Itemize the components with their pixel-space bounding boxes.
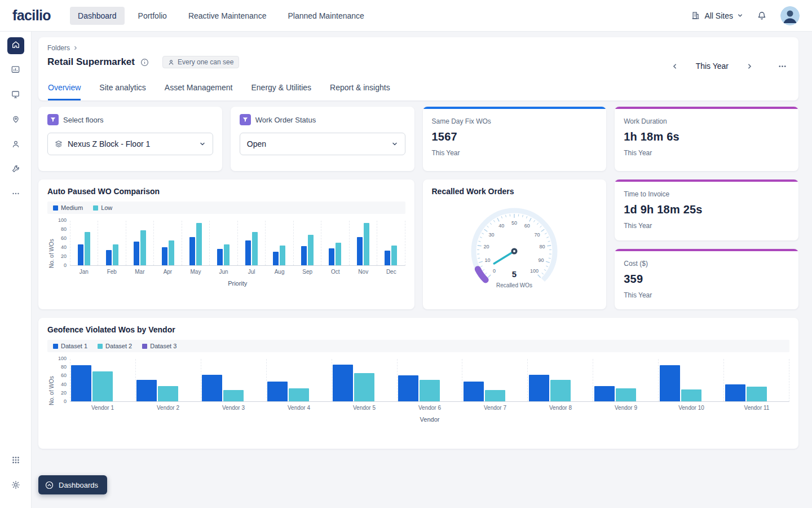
stat-value: 1d 9h 18m 25s xyxy=(624,203,789,216)
info-icon[interactable] xyxy=(140,58,149,67)
gear-icon xyxy=(11,480,20,492)
x-tick-label: Dec xyxy=(377,269,405,275)
bar xyxy=(196,223,202,265)
gauge-tick xyxy=(546,266,549,267)
legend-item[interactable]: Low xyxy=(93,204,112,211)
stat-value: 359 xyxy=(624,273,789,286)
gauge-tick-label: 100 xyxy=(530,268,539,274)
sidebar-item-apps[interactable] xyxy=(7,453,24,470)
legend-item[interactable]: Dataset 1 xyxy=(53,343,87,349)
gauge-tick xyxy=(502,216,502,218)
gauge-tick xyxy=(542,273,544,274)
home-icon xyxy=(11,40,20,51)
nav-item-dashboard[interactable]: Dashboard xyxy=(70,7,125,25)
notifications-bell-icon[interactable] xyxy=(757,11,767,21)
chart-title: Auto Paused WO Comparison xyxy=(47,187,405,196)
breadcrumb-folders[interactable]: Folders xyxy=(47,44,70,52)
previous-period-button[interactable] xyxy=(667,58,683,75)
gauge-tick xyxy=(547,237,549,238)
dashboards-button[interactable]: Dashboards xyxy=(38,475,107,494)
gauge-tick xyxy=(538,275,541,278)
legend-item[interactable]: Medium xyxy=(53,204,83,211)
bar xyxy=(267,382,288,401)
gauge-tick xyxy=(494,220,495,222)
tab-report-insights[interactable]: Report & insights xyxy=(330,83,390,100)
chevron-down-icon xyxy=(391,141,398,147)
bar-group xyxy=(658,359,723,401)
legend-item[interactable]: Dataset 3 xyxy=(142,343,176,349)
bar xyxy=(245,240,251,265)
tab-energy-utilities[interactable]: Energy & Utilities xyxy=(251,83,311,100)
status-dropdown[interactable]: Open xyxy=(240,133,405,155)
visibility-badge: Every one can see xyxy=(162,56,239,68)
bar xyxy=(280,246,285,265)
stat-label: Time to Invoice xyxy=(624,190,789,198)
x-tick-label: Feb xyxy=(98,269,126,275)
gauge-tick xyxy=(534,220,535,222)
y-tick-label: 20 xyxy=(61,254,67,259)
sidebar-item-home[interactable] xyxy=(7,37,24,54)
nav-item-planned-maintenance[interactable]: Planned Maintenance xyxy=(280,7,372,25)
gauge-tick xyxy=(488,275,491,278)
chart-title: Recalled Work Orders xyxy=(432,187,598,196)
facilio-logo[interactable]: facilio xyxy=(12,7,51,24)
x-tick-label: Jul xyxy=(237,269,266,275)
gauge-tick xyxy=(486,273,487,274)
bar-group xyxy=(593,359,658,401)
bar xyxy=(616,388,636,401)
apps-grid-icon xyxy=(11,456,20,467)
floors-dropdown[interactable]: Nexus Z Block - Floor 1 xyxy=(47,133,213,155)
user-avatar[interactable] xyxy=(780,6,800,25)
y-tick-label: 40 xyxy=(61,245,67,250)
gauge-tick xyxy=(540,226,542,227)
status-filter-label: Work Order Status xyxy=(255,116,316,124)
period-label[interactable]: This Year xyxy=(696,62,729,71)
bar xyxy=(336,243,341,265)
x-tick-label: Aug xyxy=(266,269,294,275)
sidebar-item-more[interactable] xyxy=(7,186,24,203)
gauge-tick xyxy=(478,258,480,259)
gauge-tick xyxy=(545,233,547,234)
sidebar-item-location[interactable] xyxy=(7,112,24,129)
bar xyxy=(308,235,314,265)
legend-item[interactable]: Dataset 2 xyxy=(98,343,132,349)
dashboard-tabs: Overview Site analytics Asset Management… xyxy=(48,83,390,100)
sidebar-item-settings[interactable] xyxy=(7,478,24,494)
tab-asset-management[interactable]: Asset Management xyxy=(165,83,233,100)
breadcrumb[interactable]: Folders xyxy=(47,44,78,52)
sidebar-item-people[interactable] xyxy=(7,137,24,154)
site-switcher-label: All Sites xyxy=(704,11,733,20)
stat-label: Work Duration xyxy=(624,117,789,125)
gauge-tick xyxy=(541,229,545,231)
gauge-tick-label: 10 xyxy=(485,257,491,263)
sidebar-item-assets[interactable] xyxy=(7,87,24,104)
bar xyxy=(464,382,484,401)
tab-site-analytics[interactable]: Site analytics xyxy=(99,83,145,100)
gauge-tick xyxy=(549,258,551,259)
site-switcher[interactable]: All Sites xyxy=(691,11,743,20)
bar-group xyxy=(98,221,125,265)
plot-area xyxy=(70,359,789,402)
tab-overview[interactable]: Overview xyxy=(48,83,81,100)
x-tick-label: Vendor 1 xyxy=(70,405,135,411)
next-period-button[interactable] xyxy=(741,58,758,75)
gauge-tick xyxy=(510,214,511,217)
card-accent-bar xyxy=(615,107,798,109)
dashboards-button-label: Dashboards xyxy=(59,481,98,489)
bar-group xyxy=(153,221,181,265)
main-content: Folders Retail Supermarket Every one can… xyxy=(32,32,812,508)
gauge-tick-label: 0 xyxy=(493,268,496,274)
nav-item-portfolio[interactable]: Portfolio xyxy=(130,7,175,25)
nav-item-reactive-maintenance[interactable]: Reactive Maintenance xyxy=(180,7,275,25)
sidebar-item-portfolio[interactable] xyxy=(7,62,24,79)
y-tick-label: 0 xyxy=(64,399,67,404)
chart-legend: Dataset 1Dataset 2Dataset 3 xyxy=(47,340,789,352)
bar xyxy=(333,365,353,401)
x-tick-label: Jun xyxy=(210,269,238,275)
bar xyxy=(202,375,222,401)
wrench-icon xyxy=(11,164,20,176)
sidebar-item-services[interactable] xyxy=(7,161,24,178)
more-options-button[interactable] xyxy=(774,58,791,75)
card-accent-bar xyxy=(615,179,798,182)
y-axis-title: No. of WOs xyxy=(47,221,55,287)
